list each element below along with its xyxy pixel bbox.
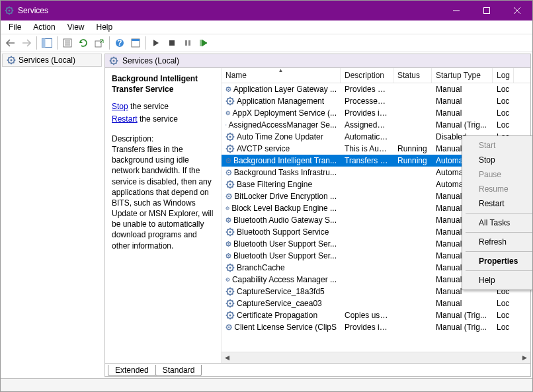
cell-status: Running: [393, 144, 432, 153]
gear-icon: [226, 156, 231, 165]
scroll-right-icon[interactable]: ►: [519, 352, 530, 364]
cell-stype: Manual: [432, 85, 493, 94]
svg-rect-24: [132, 39, 140, 41]
minimize-button[interactable]: [441, 1, 472, 20]
svg-rect-11: [484, 8, 490, 14]
back-button[interactable]: [3, 36, 18, 50]
gear-icon: [226, 263, 235, 272]
help-window-icon[interactable]: [128, 36, 143, 50]
ctx-restart[interactable]: Restart: [464, 196, 533, 211]
properties-icon[interactable]: [60, 36, 75, 50]
col-logon[interactable]: Log: [493, 68, 514, 83]
cell-name: Bluetooth User Support Ser...: [222, 239, 341, 249]
detail-pane: Background Intelligent Transfer Service …: [105, 68, 221, 363]
menu-file[interactable]: File: [3, 22, 26, 32]
main-pane: Services (Local) Background Intelligent …: [104, 54, 531, 377]
table-row[interactable]: Application ManagementProcesses in...Man…: [222, 95, 530, 107]
gear-icon: [226, 239, 231, 249]
stop-link[interactable]: Stop: [112, 102, 128, 111]
scroll-left-icon[interactable]: ◄: [222, 352, 233, 364]
ctx-help[interactable]: Help: [464, 273, 533, 288]
close-button[interactable]: [502, 1, 532, 20]
gear-icon: [226, 85, 231, 94]
cell-name: AssignedAccessManager Se...: [222, 120, 341, 130]
ctx-all-tasks[interactable]: All Tasks: [464, 216, 533, 230]
table-row[interactable]: AppX Deployment Service (...Provides inf…: [222, 107, 530, 119]
menu-help[interactable]: Help: [91, 22, 118, 32]
svg-rect-26: [185, 40, 187, 46]
help-icon[interactable]: ?: [112, 36, 127, 50]
horizontal-scrollbar[interactable]: ◄ ►: [222, 352, 530, 363]
gear-icon: [226, 120, 227, 130]
cell-log: Loc: [493, 323, 514, 332]
table-row[interactable]: Application Layer Gateway ...Provides su…: [222, 83, 530, 95]
col-status[interactable]: Status: [393, 68, 432, 83]
col-description[interactable]: Description: [341, 68, 393, 83]
gear-icon: [226, 251, 231, 260]
table-row[interactable]: Client License Service (ClipSProvides in…: [222, 321, 530, 333]
cell-name: CaptureService_caea03: [222, 299, 341, 308]
ctx-properties[interactable]: Properties: [464, 254, 533, 268]
cell-name: BranchCache: [222, 263, 341, 272]
export-icon[interactable]: [92, 36, 106, 50]
cell-name: Application Layer Gateway ...: [222, 85, 341, 94]
pause-service-icon[interactable]: [181, 36, 195, 50]
cell-desc: Automatica...: [341, 132, 393, 141]
forward-button[interactable]: [19, 36, 34, 50]
cell-name: AVCTP service: [222, 144, 341, 153]
col-startup-type[interactable]: Startup Type: [432, 68, 493, 83]
cell-name: Base Filtering Engine: [222, 180, 341, 189]
cell-stype: Manual (Trig...: [432, 323, 493, 332]
cell-stype: Manual: [432, 108, 493, 118]
col-name[interactable]: Name▲: [222, 68, 341, 83]
cell-name: Bluetooth Support Service: [222, 227, 341, 237]
table-row[interactable]: Certificate PropagationCopies user ...Ma…: [222, 309, 530, 321]
gear-icon: [226, 287, 235, 296]
selected-service-name: Background Intelligent Transfer Service: [112, 73, 214, 95]
ctx-resume: Resume: [464, 182, 533, 196]
show-hide-tree-button[interactable]: [40, 36, 54, 50]
tab-extended[interactable]: Extended: [108, 365, 156, 376]
gear-icon: [226, 299, 235, 308]
gear-icon: [226, 108, 231, 118]
stop-service-icon[interactable]: [165, 36, 179, 50]
tab-standard[interactable]: Standard: [155, 365, 202, 376]
start-service-icon[interactable]: [149, 36, 163, 50]
refresh-icon[interactable]: [76, 36, 91, 50]
ctx-refresh[interactable]: Refresh: [464, 235, 533, 249]
svg-rect-25: [169, 40, 175, 46]
cell-log: Loc: [493, 85, 514, 94]
cell-name: Application Management: [222, 97, 341, 106]
gear-icon: [226, 144, 235, 153]
gear-icon: [226, 227, 235, 237]
tree-root[interactable]: Services (Local): [2, 54, 102, 67]
ctx-pause: Pause: [464, 167, 533, 182]
table-row[interactable]: CaptureService_caea03ManualLoc: [222, 297, 530, 309]
gear-icon: [226, 132, 235, 141]
svg-rect-20: [95, 41, 101, 47]
restart-service-icon[interactable]: [196, 36, 211, 50]
cell-name: Capability Access Manager ...: [222, 275, 341, 284]
cell-name: Bluetooth User Support Ser...: [222, 251, 341, 260]
table-row[interactable]: AssignedAccessManager Se...AssignedAc...…: [222, 119, 530, 131]
menu-action[interactable]: Action: [28, 22, 60, 32]
menu-view[interactable]: View: [62, 22, 90, 32]
gear-icon: [226, 97, 235, 106]
svg-text:?: ?: [117, 38, 122, 48]
description-label: Description:: [112, 134, 214, 144]
cell-name: Background Tasks Infrastru...: [222, 168, 341, 177]
tree-root-label: Services (Local): [19, 56, 75, 65]
gear-icon: [226, 168, 232, 177]
gear-icon: [226, 216, 231, 225]
cell-name: CaptureService_18a3fd5: [222, 287, 341, 296]
cell-status: Running: [393, 156, 432, 165]
cell-name: Bluetooth Audio Gateway S...: [222, 216, 341, 225]
maximize-button[interactable]: [472, 1, 502, 20]
cell-desc: Provides inf...: [341, 108, 393, 118]
restart-link[interactable]: Restart: [112, 114, 138, 124]
cell-desc: Transfers fil...: [341, 156, 393, 165]
ctx-stop[interactable]: Stop: [464, 153, 533, 167]
app-icon: [5, 6, 14, 15]
cell-stype: Manual (Trig...: [432, 120, 493, 130]
gear-icon: [226, 192, 232, 201]
